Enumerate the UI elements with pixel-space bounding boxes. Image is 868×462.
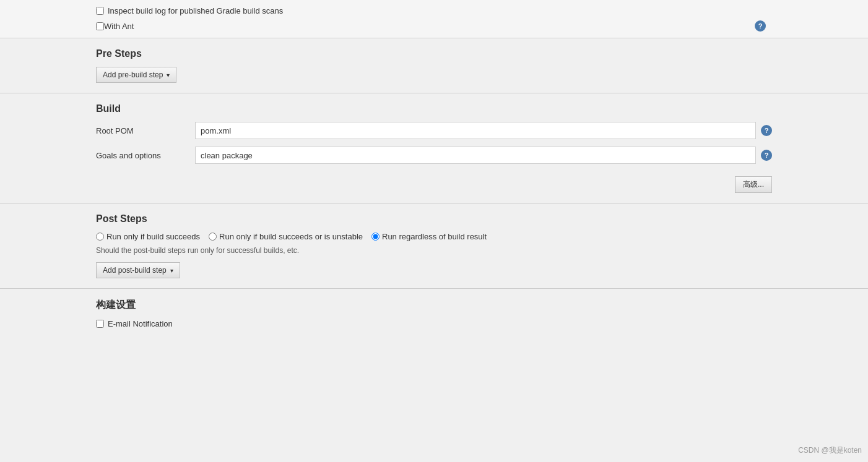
with-ant-label: With Ant [104, 22, 134, 31]
post-steps-radio-group: Run only if build succeeds Run only if b… [96, 232, 772, 241]
add-pre-build-step-button[interactable]: Add pre-build step ▾ [96, 67, 176, 83]
radio-regardless[interactable] [371, 233, 380, 241]
root-pom-row: Root POM ? [96, 122, 772, 139]
goals-options-label: Goals and options [96, 151, 195, 160]
radio-regardless-label: Run regardless of build result [382, 232, 487, 241]
pre-steps-title: Pre Steps [96, 48, 772, 59]
root-pom-help-icon[interactable]: ? [761, 125, 772, 136]
goals-options-row: Goals and options ? [96, 147, 772, 164]
inspect-build-row: Inspect build log for published Gradle b… [96, 6, 772, 15]
radio-succeeds[interactable] [96, 233, 104, 241]
radio-succeeds-label: Run only if build succeeds [106, 232, 200, 241]
add-pre-build-step-arrow: ▾ [167, 72, 170, 79]
goals-options-input[interactable] [195, 147, 756, 164]
radio-option-3: Run regardless of build result [371, 232, 487, 241]
advanced-button[interactable]: 高级... [735, 176, 772, 193]
top-items-section: Inspect build log for published Gradle b… [0, 0, 868, 38]
inspect-build-checkbox[interactable] [96, 7, 104, 15]
with-ant-checkbox[interactable] [96, 22, 104, 30]
email-notification-checkbox[interactable] [96, 320, 104, 328]
goals-help-icon[interactable]: ? [761, 150, 772, 161]
add-pre-build-step-label: Add pre-build step [103, 71, 163, 79]
radio-unstable[interactable] [209, 233, 217, 241]
radio-option-2: Run only if build succeeds or is unstabl… [209, 232, 363, 241]
post-steps-section: Post Steps Run only if build succeeds Ru… [0, 203, 868, 288]
email-notification-row: E-mail Notification [96, 319, 772, 328]
with-ant-left: With Ant [96, 22, 134, 31]
root-pom-label: Root POM [96, 126, 195, 135]
email-notification-label: E-mail Notification [108, 319, 173, 328]
with-ant-row: With Ant ? [96, 20, 772, 32]
post-steps-hint: Should the post-build steps run only for… [96, 246, 772, 255]
add-post-build-step-button[interactable]: Add post-build step ▾ [96, 262, 180, 278]
watermark: CSDN @我是koten [798, 445, 862, 456]
radio-unstable-label: Run only if build succeeds or is unstabl… [219, 232, 363, 241]
inspect-build-label: Inspect build log for published Gradle b… [108, 6, 283, 15]
page-container: Inspect build log for published Gradle b… [0, 0, 868, 462]
root-pom-input[interactable] [195, 122, 756, 139]
with-ant-help-icon[interactable]: ? [755, 20, 766, 32]
build-settings-section: 构建设置 E-mail Notification [0, 288, 868, 343]
build-settings-title: 构建设置 [96, 299, 772, 312]
pre-steps-section: Pre Steps Add pre-build step ▾ [0, 38, 868, 93]
radio-option-1: Run only if build succeeds [96, 232, 200, 241]
add-post-build-step-arrow: ▾ [170, 267, 173, 274]
add-post-build-step-label: Add post-build step [103, 266, 167, 275]
post-steps-title: Post Steps [96, 213, 772, 225]
build-title: Build [96, 103, 772, 114]
build-section: Build Root POM ? Goals and options ? 高级.… [0, 93, 868, 203]
